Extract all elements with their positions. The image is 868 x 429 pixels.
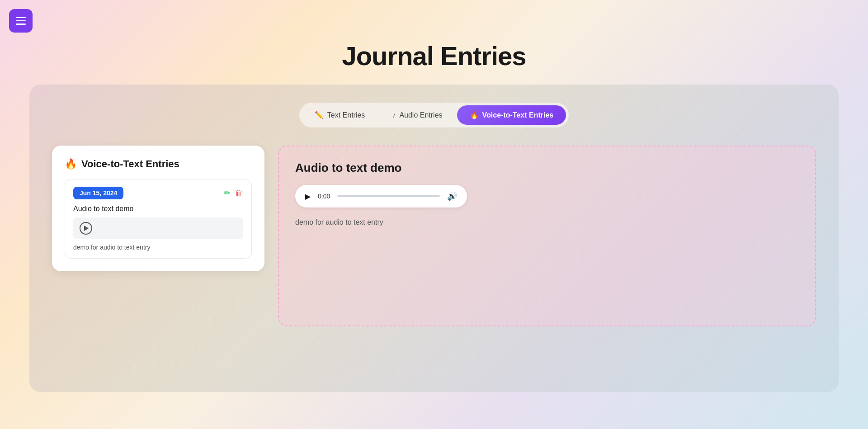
tab-audio-entries-label: Audio Entries [399, 111, 442, 119]
entry-text: demo for audio to text entry [73, 244, 243, 251]
entry-date-badge: Jun 15, 2024 [73, 187, 123, 199]
detail-title: Audio to text demo [295, 161, 799, 175]
tab-voice-entries-label: Voice-to-Text Entries [482, 111, 554, 119]
delete-icon: 🗑 [235, 189, 243, 198]
edit-icon: ✏ [224, 188, 231, 198]
tabs-wrapper: ✏️ Text Entries ♪ Audio Entries 🔥 Voice-… [52, 103, 816, 127]
entry-card[interactable]: Jun 15, 2024 ✏ 🗑 Audio to text demo [65, 179, 252, 259]
audio-player-mini [73, 217, 243, 239]
tab-audio-entries[interactable]: ♪ Audio Entries [379, 105, 455, 125]
play-button-mini[interactable] [80, 222, 92, 235]
tab-voice-entries[interactable]: 🔥 Voice-to-Text Entries [457, 105, 566, 125]
menu-line [16, 24, 26, 25]
detail-text: demo for audio to text entry [295, 217, 799, 228]
left-panel: 🔥 Voice-to-Text Entries Jun 15, 2024 ✏ 🗑 [52, 146, 264, 271]
entry-actions: ✏ 🗑 [224, 188, 243, 198]
panel-title: 🔥 Voice-to-Text Entries [65, 158, 252, 170]
page-title: Journal Entries [0, 0, 868, 85]
panel-title-text: Voice-to-Text Entries [81, 158, 179, 170]
play-icon[interactable]: ▶ [305, 192, 311, 201]
main-container: ✏️ Text Entries ♪ Audio Entries 🔥 Voice-… [29, 85, 839, 392]
tab-text-entries[interactable]: ✏️ Text Entries [302, 105, 378, 125]
progress-bar[interactable] [337, 195, 440, 197]
menu-button[interactable] [9, 9, 33, 33]
audio-player: ▶ 0:00 🔊 [295, 185, 467, 207]
content-area: 🔥 Voice-to-Text Entries Jun 15, 2024 ✏ 🗑 [52, 146, 816, 326]
entry-card-header: Jun 15, 2024 ✏ 🗑 [73, 187, 243, 199]
edit-button[interactable]: ✏ [224, 188, 231, 198]
panel-title-icon: 🔥 [65, 158, 77, 170]
tab-bar: ✏️ Text Entries ♪ Audio Entries 🔥 Voice-… [299, 103, 569, 127]
volume-icon[interactable]: 🔊 [447, 191, 457, 201]
audio-entries-icon: ♪ [392, 111, 396, 119]
text-entries-icon: ✏️ [315, 111, 324, 119]
entry-title: Audio to text demo [73, 205, 243, 213]
play-triangle-icon [84, 226, 89, 231]
menu-line [16, 20, 26, 22]
menu-line [16, 17, 26, 18]
voice-entries-icon: 🔥 [470, 111, 479, 119]
delete-button[interactable]: 🗑 [235, 189, 243, 198]
time-display: 0:00 [318, 193, 330, 200]
right-panel: Audio to text demo ▶ 0:00 🔊 demo for aud… [278, 146, 816, 326]
tab-text-entries-label: Text Entries [327, 111, 365, 119]
